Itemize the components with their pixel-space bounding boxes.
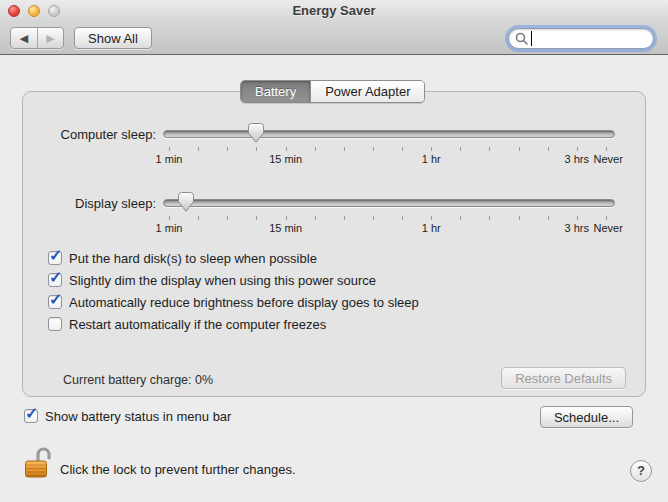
check-icon: ✓ [49, 268, 62, 287]
tick-mark [373, 216, 374, 220]
tick-mark [519, 216, 520, 220]
lock-hint-text: Click the lock to prevent further change… [60, 462, 296, 477]
search-input[interactable] [531, 31, 641, 46]
computer-sleep-slider-row: Computer sleep: 1 min 15 min 1 hr 3 hrs … [23, 122, 645, 194]
check-icon: ✓ [49, 290, 62, 309]
display-sleep-tick-marks [169, 216, 606, 220]
check-icon: ✓ [49, 246, 62, 265]
tick-mark [227, 147, 228, 151]
tab-bar: Battery Power Adapter [240, 80, 425, 103]
tick-label: 3 hrs [564, 153, 588, 165]
show-all-button[interactable]: Show All [74, 27, 152, 49]
tick-label: 3 hrs [564, 222, 588, 234]
checkbox-label: Restart automatically if the computer fr… [69, 317, 326, 332]
toolbar: ◀ ▶ Show All [0, 22, 668, 55]
tick-mark [198, 147, 199, 151]
computer-sleep-tick-labels: 1 min 15 min 1 hr 3 hrs Never [169, 153, 606, 167]
checkbox-box: ✓ [48, 251, 62, 265]
checkbox-label: Put the hard disk(s) to sleep when possi… [69, 251, 317, 266]
battery-charge-status: Current battery charge: 0% [63, 373, 213, 387]
tick-mark [489, 216, 490, 220]
tick-mark [402, 216, 403, 220]
settings-panel: Computer sleep: 1 min 15 min 1 hr 3 hrs … [22, 91, 646, 397]
display-sleep-label: Display sleep: [23, 196, 156, 211]
tick-mark [519, 147, 520, 151]
search-icon [515, 32, 528, 45]
forward-button[interactable]: ▶ [37, 28, 63, 48]
checkbox-box: ✓ [48, 317, 62, 331]
nav-segmented-control: ◀ ▶ [10, 27, 64, 49]
tick-mark [286, 147, 287, 151]
checkbox-restart-on-freeze[interactable]: ✓ Restart automatically if the computer … [48, 315, 326, 333]
checkbox-label: Slightly dim the display when using this… [69, 273, 376, 288]
tick-label: Never [594, 153, 623, 165]
checkbox-reduce-brightness[interactable]: ✓ Automatically reduce brightness before… [48, 293, 419, 311]
window-title: Energy Saver [0, 3, 668, 18]
tick-mark [431, 216, 432, 220]
energy-saver-window: Energy Saver ◀ ▶ Show All Battery Power … [0, 0, 668, 502]
tick-mark [548, 216, 549, 220]
tick-mark [286, 216, 287, 220]
tick-label: 1 hr [422, 222, 441, 234]
tick-mark [489, 147, 490, 151]
forward-arrow-icon: ▶ [46, 33, 54, 44]
tick-label: 1 min [156, 153, 183, 165]
checkbox-dim-display[interactable]: ✓ Slightly dim the display when using th… [48, 271, 376, 289]
tick-label: 15 min [269, 153, 302, 165]
tick-label: 15 min [269, 222, 302, 234]
tick-mark [431, 147, 432, 151]
tick-label: 1 min [156, 222, 183, 234]
checkbox-label: Show battery status in menu bar [45, 409, 231, 424]
tick-label: 1 hr [422, 153, 441, 165]
tick-mark [460, 216, 461, 220]
computer-sleep-slider-thumb[interactable] [248, 123, 265, 143]
computer-sleep-label: Computer sleep: [23, 127, 156, 142]
tick-label: Never [594, 222, 623, 234]
tab-power-adapter[interactable]: Power Adapter [310, 81, 424, 102]
tick-mark [169, 147, 170, 151]
unlocked-padlock-icon[interactable] [24, 446, 54, 480]
tick-mark [606, 216, 607, 220]
search-field[interactable] [508, 28, 654, 49]
checkbox-box: ✓ [48, 295, 62, 309]
tick-mark [198, 216, 199, 220]
tick-mark [256, 147, 257, 151]
tick-mark [315, 147, 316, 151]
checkbox-battery-status-menu-bar[interactable]: ✓ Show battery status in menu bar [24, 407, 231, 425]
restore-defaults-button[interactable]: Restore Defaults [501, 367, 626, 389]
titlebar: Energy Saver [0, 0, 668, 22]
display-sleep-tick-labels: 1 min 15 min 1 hr 3 hrs Never [169, 222, 606, 236]
checkbox-box: ✓ [24, 409, 38, 423]
tick-mark [577, 216, 578, 220]
tick-mark [315, 216, 316, 220]
back-button[interactable]: ◀ [11, 28, 37, 48]
tick-mark [373, 147, 374, 151]
back-arrow-icon: ◀ [20, 33, 28, 44]
help-button[interactable]: ? [630, 460, 652, 482]
tick-mark [606, 147, 607, 151]
schedule-button[interactable]: Schedule... [540, 406, 633, 428]
checkbox-label: Automatically reduce brightness before d… [69, 295, 419, 310]
tick-mark [344, 216, 345, 220]
tick-mark [256, 216, 257, 220]
tick-mark [548, 147, 549, 151]
tick-mark [577, 147, 578, 151]
tick-mark [227, 216, 228, 220]
tab-battery[interactable]: Battery [241, 81, 310, 102]
tick-mark [344, 147, 345, 151]
tick-mark [169, 216, 170, 220]
check-icon: ✓ [25, 404, 38, 423]
tick-mark [460, 147, 461, 151]
tick-mark [402, 147, 403, 151]
checkbox-box: ✓ [48, 273, 62, 287]
display-sleep-slider-thumb[interactable] [178, 192, 195, 212]
display-sleep-slider-track[interactable] [163, 199, 615, 207]
computer-sleep-slider-track[interactable] [163, 130, 615, 138]
checkbox-hard-disk-sleep[interactable]: ✓ Put the hard disk(s) to sleep when pos… [48, 249, 317, 267]
computer-sleep-tick-marks [169, 147, 606, 151]
